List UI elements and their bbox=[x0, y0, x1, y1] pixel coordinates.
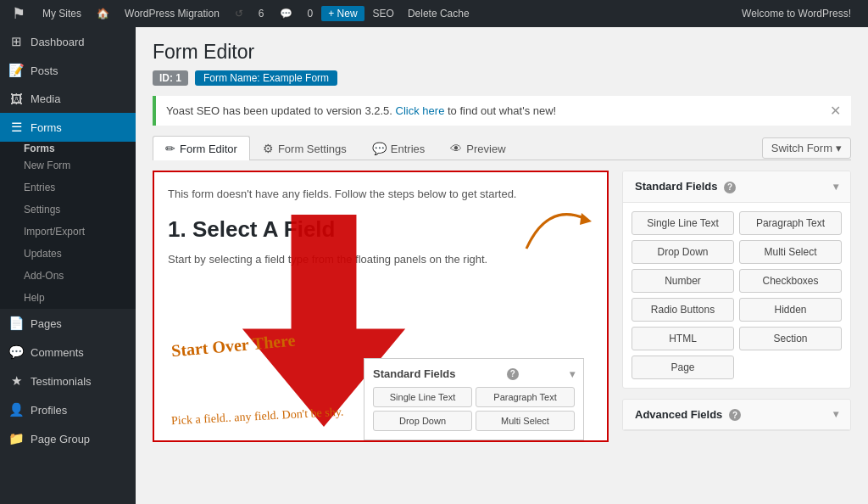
mini-fields-panel: Standard Fields ? ▾ Single Line Text Par… bbox=[364, 358, 584, 440]
advanced-fields-header[interactable]: Advanced Fields ? ▾ bbox=[623, 400, 850, 431]
mini-field-multi-select[interactable]: Multi Select bbox=[476, 411, 575, 431]
notice-close-button[interactable]: ✕ bbox=[830, 103, 841, 119]
tab-preview[interactable]: 👁 Preview bbox=[437, 136, 518, 160]
sidebar-item-page-group[interactable]: 📁 Page Group bbox=[0, 424, 136, 453]
content-area: Form Editor ID: 1 Form Name: Example For… bbox=[136, 27, 868, 504]
fields-grid: Single Line Text Paragraph Text Drop Dow… bbox=[623, 203, 850, 388]
sidebar-item-profiles[interactable]: 👤 Profiles bbox=[0, 395, 136, 424]
my-sites-link[interactable]: My Sites bbox=[37, 8, 86, 20]
wp-logo-icon[interactable]: ⚑ bbox=[7, 4, 31, 23]
editor-layout: This form doesn't have any fields. Follo… bbox=[153, 171, 851, 442]
new-button[interactable]: + New bbox=[321, 6, 364, 21]
mini-fields-grid: Single Line Text Paragraph Text Drop Dow… bbox=[373, 387, 575, 431]
sidebar-item-posts[interactable]: 📝 Posts bbox=[0, 56, 136, 85]
advanced-fields-section: Advanced Fields ? ▾ bbox=[622, 399, 851, 432]
sidebar-item-entries[interactable]: Entries bbox=[0, 176, 136, 199]
svg-marker-1 bbox=[580, 213, 592, 225]
handwritten-text: Start Over There bbox=[170, 331, 296, 361]
field-paragraph-text[interactable]: Paragraph Text bbox=[739, 211, 842, 235]
mini-field-single-line[interactable]: Single Line Text bbox=[373, 387, 472, 407]
advanced-help-icon[interactable]: ? bbox=[729, 409, 741, 421]
sidebar-label-testimonials: Testimonials bbox=[31, 375, 92, 388]
title-badges: ID: 1 Form Name: Example Form bbox=[153, 70, 851, 86]
sidebar-item-import-export[interactable]: Import/Export bbox=[0, 221, 136, 243]
pages-icon: 📄 bbox=[8, 316, 24, 331]
standard-fields-section: Standard Fields ? ▾ Single Line Text Par… bbox=[622, 171, 851, 389]
standard-collapse-icon[interactable]: ▾ bbox=[833, 181, 838, 193]
sidebar: ⊞ Dashboard 📝 Posts 🖼 Media ☰ Forms Form… bbox=[0, 27, 136, 504]
form-editor-tab-icon: ✏ bbox=[165, 142, 175, 155]
advanced-collapse-icon[interactable]: ▾ bbox=[833, 408, 838, 420]
sidebar-item-pages[interactable]: 📄 Pages bbox=[0, 309, 136, 338]
sidebar-label-media: Media bbox=[31, 92, 60, 105]
admin-bar: ⚑ My Sites 🏠 WordPress Migration ↺ 6 💬 0… bbox=[0, 0, 868, 27]
comments-link[interactable]: 0 bbox=[303, 8, 319, 20]
testimonials-icon: ★ bbox=[8, 373, 24, 389]
mini-help-icon: ? bbox=[507, 368, 519, 380]
sidebar-label-profiles: Profiles bbox=[31, 404, 67, 417]
field-number[interactable]: Number bbox=[632, 269, 734, 293]
standard-help-icon[interactable]: ? bbox=[724, 182, 736, 193]
switch-form-button[interactable]: Switch Form ▾ bbox=[762, 137, 851, 159]
handwritten-text2: Pick a field.. any field. Don't be shy. bbox=[171, 406, 344, 428]
tab-bar: ✏ Form Editor ⚙ Form Settings 💬 Entries … bbox=[153, 136, 851, 160]
sidebar-item-comments[interactable]: 💬 Comments bbox=[0, 338, 136, 367]
sidebar-item-help[interactable]: Help bbox=[0, 287, 136, 309]
mini-field-paragraph[interactable]: Paragraph Text bbox=[476, 387, 575, 407]
forms-submenu: Forms New Form Entries Settings Import/E… bbox=[0, 142, 136, 309]
badge-form-name: Form Name: Example Form bbox=[195, 70, 337, 86]
field-radio-buttons[interactable]: Radio Buttons bbox=[632, 298, 734, 322]
field-page[interactable]: Page bbox=[632, 356, 734, 379]
comments-icon: 💬 bbox=[8, 344, 24, 360]
dashboard-icon: ⊞ bbox=[8, 34, 24, 49]
posts-icon: 📝 bbox=[8, 63, 24, 78]
sidebar-label-pages: Pages bbox=[31, 317, 62, 330]
switch-form-chevron-icon: ▾ bbox=[836, 142, 842, 154]
notice-bar: Yoast SEO has been updated to version 3.… bbox=[153, 96, 851, 126]
profiles-icon: 👤 bbox=[8, 402, 24, 417]
sidebar-label-page-group: Page Group bbox=[31, 433, 90, 445]
notice-link[interactable]: Click here bbox=[396, 104, 445, 117]
seo-link[interactable]: SEO bbox=[368, 8, 399, 20]
switch-form-label: Switch Form bbox=[771, 142, 832, 154]
field-drop-down[interactable]: Drop Down bbox=[632, 240, 734, 264]
mini-fields-header: Standard Fields ? ▾ bbox=[373, 367, 575, 380]
field-section[interactable]: Section bbox=[739, 327, 842, 350]
sidebar-item-dashboard[interactable]: ⊞ Dashboard bbox=[0, 27, 136, 56]
standard-fields-header[interactable]: Standard Fields ? ▾ bbox=[623, 171, 850, 203]
badge-id: ID: 1 bbox=[153, 70, 188, 86]
sidebar-item-settings[interactable]: Settings bbox=[0, 199, 136, 221]
form-canvas: This form doesn't have any fields. Follo… bbox=[153, 171, 609, 442]
notice-text: Yoast SEO has been updated to version 3.… bbox=[166, 104, 556, 117]
form-settings-tab-icon: ⚙ bbox=[263, 142, 274, 155]
standard-fields-title: Standard Fields ? bbox=[635, 180, 736, 193]
wp-migration-link[interactable]: WordPress Migration bbox=[120, 8, 225, 20]
mini-field-dropdown[interactable]: Drop Down bbox=[373, 411, 472, 431]
delete-cache-link[interactable]: Delete Cache bbox=[403, 8, 475, 20]
field-checkboxes[interactable]: Checkboxes bbox=[739, 269, 842, 293]
sidebar-label-posts: Posts bbox=[31, 64, 58, 77]
tab-form-settings[interactable]: ⚙ Form Settings bbox=[250, 136, 359, 160]
field-html[interactable]: HTML bbox=[632, 327, 734, 350]
forms-submenu-header[interactable]: Forms bbox=[0, 137, 64, 160]
sidebar-item-media[interactable]: 🖼 Media bbox=[0, 85, 136, 113]
sidebar-item-testimonials[interactable]: ★ Testimonials bbox=[0, 367, 136, 395]
sidebar-label-dashboard: Dashboard bbox=[31, 36, 85, 48]
field-multi-select[interactable]: Multi Select bbox=[739, 240, 842, 264]
page-group-icon: 📁 bbox=[8, 431, 24, 446]
entries-tab-icon: 💬 bbox=[372, 142, 387, 155]
mini-collapse-icon[interactable]: ▾ bbox=[570, 368, 575, 380]
field-single-line-text[interactable]: Single Line Text bbox=[632, 211, 734, 235]
preview-tab-icon: 👁 bbox=[450, 142, 462, 155]
media-icon: 🖼 bbox=[8, 92, 24, 106]
updates-link[interactable]: 6 bbox=[253, 8, 270, 20]
tab-form-editor[interactable]: ✏ Form Editor bbox=[153, 136, 250, 160]
page-title: Form Editor bbox=[153, 41, 851, 64]
sidebar-item-add-ons[interactable]: Add-Ons bbox=[0, 265, 136, 287]
sidebar-label-comments: Comments bbox=[31, 346, 84, 359]
tab-entries[interactable]: 💬 Entries bbox=[359, 136, 437, 160]
orange-arrow-right bbox=[522, 198, 598, 257]
field-hidden[interactable]: Hidden bbox=[739, 298, 842, 322]
sidebar-item-updates[interactable]: Updates bbox=[0, 243, 136, 265]
welcome-text: Welcome to WordPress! bbox=[737, 8, 856, 20]
